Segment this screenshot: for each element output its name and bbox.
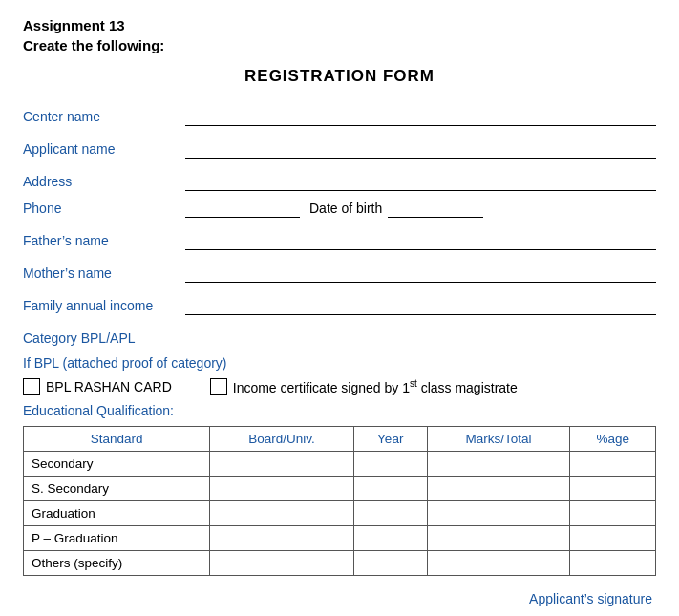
col-marks: Marks/Total bbox=[427, 427, 570, 452]
table-row: S. Secondary bbox=[24, 477, 656, 501]
table-cell bbox=[210, 501, 353, 526]
form-title: REGISTRATION FORM bbox=[23, 67, 656, 86]
col-year: Year bbox=[353, 427, 427, 452]
phone-row: Phone Date of birth bbox=[23, 199, 656, 218]
col-percentage: %age bbox=[570, 427, 656, 452]
fathers-name-input[interactable] bbox=[185, 231, 656, 250]
table-row: P – Graduation bbox=[24, 526, 656, 551]
table-cell bbox=[353, 501, 427, 526]
table-cell bbox=[353, 551, 427, 576]
center-name-label: Center name bbox=[23, 109, 185, 126]
education-table: Standard Board/Univ. Year Marks/Total %a… bbox=[23, 426, 656, 576]
table-cell bbox=[353, 477, 427, 501]
address-label: Address bbox=[23, 174, 185, 191]
table-cell bbox=[570, 526, 656, 551]
edu-qual-label: Educational Qualification: bbox=[23, 403, 656, 418]
table-row: Others (specify) bbox=[24, 551, 656, 576]
table-cell bbox=[353, 526, 427, 551]
if-bpl-label: If BPL (attached proof of category) bbox=[23, 355, 227, 371]
table-header-row: Standard Board/Univ. Year Marks/Total %a… bbox=[24, 427, 656, 452]
income-cert-checkbox[interactable] bbox=[210, 378, 227, 395]
bpl-rashan-item[interactable]: BPL RASHAN CARD bbox=[23, 378, 172, 395]
assignment-title: Assignment 13 bbox=[23, 17, 656, 33]
checkbox-row: BPL RASHAN CARD Income certificate signe… bbox=[23, 378, 656, 395]
fathers-name-label: Father’s name bbox=[23, 233, 185, 250]
create-label: Create the following: bbox=[23, 37, 656, 53]
table-cell: S. Secondary bbox=[24, 477, 210, 501]
table-cell: Graduation bbox=[24, 501, 210, 526]
table-cell: Secondary bbox=[24, 452, 210, 477]
address-row: Address bbox=[23, 166, 656, 191]
income-cert-item[interactable]: Income certificate signed by 1st class m… bbox=[210, 378, 518, 395]
mothers-name-row: Mother’s name bbox=[23, 258, 656, 283]
table-cell: Others (specify) bbox=[24, 551, 210, 576]
table-cell bbox=[210, 477, 353, 501]
table-cell bbox=[427, 501, 570, 526]
table-cell bbox=[427, 452, 570, 477]
bpl-rashan-label: BPL RASHAN CARD bbox=[46, 379, 172, 394]
phone-input[interactable] bbox=[185, 199, 300, 218]
mothers-name-label: Mother’s name bbox=[23, 266, 185, 283]
dob-label: Date of birth bbox=[309, 201, 382, 218]
col-board: Board/Univ. bbox=[210, 427, 353, 452]
table-cell bbox=[427, 477, 570, 501]
if-bpl-row: If BPL (attached proof of category) bbox=[23, 355, 656, 371]
phone-label: Phone bbox=[23, 201, 185, 218]
table-cell: P – Graduation bbox=[24, 526, 210, 551]
family-income-label: Family annual income bbox=[23, 298, 185, 315]
category-row: Category BPL/APL bbox=[23, 323, 656, 348]
fathers-name-row: Father’s name bbox=[23, 225, 656, 250]
applicant-signature: Applicant’s signature bbox=[23, 591, 656, 606]
table-cell bbox=[210, 452, 353, 477]
table-cell bbox=[427, 551, 570, 576]
center-name-input[interactable] bbox=[185, 107, 656, 126]
table-cell bbox=[570, 551, 656, 576]
table-row: Graduation bbox=[24, 501, 656, 526]
applicant-name-input[interactable] bbox=[185, 139, 656, 159]
applicant-name-row: Applicant name bbox=[23, 134, 656, 159]
income-cert-label: Income certificate signed by 1st class m… bbox=[233, 378, 518, 395]
mothers-name-input[interactable] bbox=[185, 264, 656, 283]
family-income-input[interactable] bbox=[185, 296, 656, 315]
family-income-row: Family annual income bbox=[23, 290, 656, 315]
dob-input[interactable] bbox=[388, 199, 483, 218]
col-standard: Standard bbox=[24, 427, 210, 452]
applicant-name-label: Applicant name bbox=[23, 141, 185, 159]
table-cell bbox=[570, 477, 656, 501]
table-cell bbox=[210, 551, 353, 576]
table-row: Secondary bbox=[24, 452, 656, 477]
table-cell bbox=[353, 452, 427, 477]
category-label: Category BPL/APL bbox=[23, 330, 185, 348]
center-name-row: Center name bbox=[23, 101, 656, 126]
table-cell bbox=[427, 526, 570, 551]
address-input[interactable] bbox=[185, 172, 656, 191]
table-cell bbox=[570, 501, 656, 526]
table-cell bbox=[570, 452, 656, 477]
bpl-rashan-checkbox[interactable] bbox=[23, 378, 40, 395]
table-cell bbox=[210, 526, 353, 551]
